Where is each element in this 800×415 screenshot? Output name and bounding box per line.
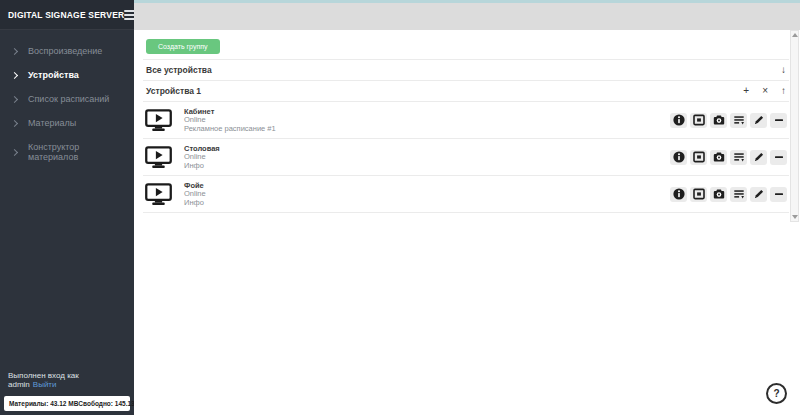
- device-info: Столовая Online Инфо: [184, 144, 670, 170]
- device-schedule: Рекламное расписание #1: [184, 125, 670, 134]
- info-icon[interactable]: [670, 113, 687, 128]
- sidebar-header: DIGITAL SIGNAGE SERVER: [0, 0, 134, 30]
- collapse-up-icon[interactable]: ↑: [781, 86, 786, 96]
- sidebar-item-label: Воспроизведение: [28, 46, 102, 56]
- device-row: Фойе Online Инфо: [143, 176, 789, 213]
- chevron-right-icon: [11, 47, 18, 54]
- device-row: Кабинет Online Рекламное расписание #1: [143, 102, 789, 139]
- screenshot-camera-icon[interactable]: [710, 113, 727, 128]
- help-icon: ?: [773, 388, 779, 399]
- device-actions: [670, 150, 787, 165]
- chevron-right-icon: [11, 148, 18, 155]
- toolbar-row: Создать группу: [143, 30, 789, 60]
- storage-stats: Материалы: 43.12 MB Свободно: 145.13 GB: [4, 396, 130, 411]
- sidebar-item-materials[interactable]: Материалы: [0, 111, 134, 135]
- screen-preview-icon[interactable]: [690, 150, 707, 165]
- delete-group-icon[interactable]: ×: [762, 86, 768, 96]
- edit-pencil-icon[interactable]: [750, 150, 767, 165]
- display-play-icon: [145, 146, 175, 169]
- group-row-devices-1: Устройства 1 + × ↑: [143, 81, 789, 102]
- main-area: Создать группу Все устройства ↓ Устройст…: [134, 0, 800, 415]
- device-status: Online: [184, 153, 670, 162]
- device-actions: [670, 113, 787, 128]
- login-status: Выполнен вход как adminВыйти: [8, 371, 127, 389]
- sidebar-item-label: Конструктор материалов: [28, 142, 122, 162]
- sidebar-menu: Воспроизведение Устройства Список распис…: [0, 30, 134, 169]
- device-info: Кабинет Online Рекламное расписание #1: [184, 107, 670, 133]
- chevron-right-icon: [11, 95, 18, 102]
- playlist-icon[interactable]: [730, 187, 747, 202]
- chevron-right-icon: [11, 119, 18, 126]
- sidebar-item-schedules[interactable]: Список расписаний: [0, 87, 134, 111]
- sidebar-item-label: Материалы: [28, 118, 76, 128]
- sidebar-item-materials-constructor[interactable]: Конструктор материалов: [0, 135, 134, 169]
- sidebar-item-devices[interactable]: Устройства: [0, 63, 134, 87]
- group-name: Все устройства: [146, 65, 212, 75]
- chevron-right-icon: [11, 71, 18, 78]
- top-gray-band: [134, 3, 800, 30]
- add-device-icon[interactable]: +: [743, 86, 749, 96]
- sidebar-item-playback[interactable]: Воспроизведение: [0, 39, 134, 63]
- help-button[interactable]: ?: [766, 383, 787, 404]
- device-row: Столовая Online Инфо: [143, 139, 789, 176]
- devices-panel: Создать группу Все устройства ↓ Устройст…: [143, 30, 789, 213]
- sidebar-item-label: Список расписаний: [28, 94, 109, 104]
- screen-preview-icon[interactable]: [690, 187, 707, 202]
- info-icon[interactable]: [670, 187, 687, 202]
- create-group-button[interactable]: Создать группу: [146, 39, 220, 54]
- logout-link[interactable]: Выйти: [33, 380, 57, 389]
- info-icon[interactable]: [670, 150, 687, 165]
- remove-minus-icon[interactable]: [770, 187, 787, 202]
- device-schedule: Инфо: [184, 199, 670, 208]
- materials-size-label: Материалы: 43.12 MB: [9, 400, 78, 407]
- app-window: DIGITAL SIGNAGE SERVER Воспроизведение У…: [0, 0, 800, 415]
- remove-minus-icon[interactable]: [770, 150, 787, 165]
- playlist-icon[interactable]: [730, 113, 747, 128]
- device-status: Online: [184, 190, 670, 199]
- device-name: Кабинет: [184, 107, 670, 116]
- group-name: Устройства 1: [146, 86, 201, 96]
- device-name: Столовая: [184, 144, 670, 153]
- screenshot-camera-icon[interactable]: [710, 187, 727, 202]
- sidebar-footer: Выполнен вход как adminВыйти Материалы: …: [0, 371, 134, 415]
- app-title: DIGITAL SIGNAGE SERVER: [8, 10, 124, 20]
- device-name: Фойе: [184, 181, 670, 190]
- scroll-down-icon[interactable]: [792, 215, 798, 219]
- edit-pencil-icon[interactable]: [750, 187, 767, 202]
- group-row-all-devices: Все устройства ↓: [143, 60, 789, 81]
- vertical-scrollbar[interactable]: [790, 30, 799, 222]
- screenshot-camera-icon[interactable]: [710, 150, 727, 165]
- playlist-icon[interactable]: [730, 150, 747, 165]
- scroll-up-icon[interactable]: [792, 33, 798, 37]
- remove-minus-icon[interactable]: [770, 113, 787, 128]
- device-schedule: Инфо: [184, 162, 670, 171]
- sidebar-item-label: Устройства: [28, 70, 79, 80]
- collapse-down-icon[interactable]: ↓: [781, 65, 786, 75]
- sidebar: DIGITAL SIGNAGE SERVER Воспроизведение У…: [0, 0, 134, 415]
- device-info: Фойе Online Инфо: [184, 181, 670, 207]
- edit-pencil-icon[interactable]: [750, 113, 767, 128]
- display-play-icon: [145, 109, 175, 132]
- display-play-icon: [145, 183, 175, 206]
- device-actions: [670, 187, 787, 202]
- screen-preview-icon[interactable]: [690, 113, 707, 128]
